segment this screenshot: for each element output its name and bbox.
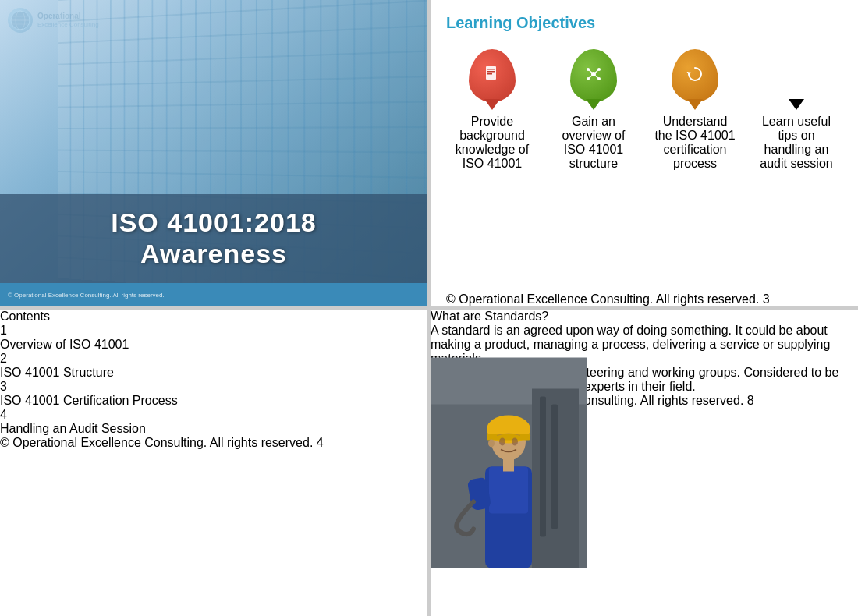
objective-item-4: Learn usefultips onhandling anaudit sess… [750,44,842,261]
obj-icon-network [585,65,602,86]
obj-pin-blue-icon [773,49,820,102]
svg-rect-27 [540,397,546,537]
svg-rect-7 [488,71,495,73]
slide1-copyright: © Operational Excellence Consulting. All… [8,292,165,299]
contents-list: 1 Overview of ISO 41001 2 ISO 41001 Stru… [0,324,427,436]
slide2-copyright: © Operational Excellence Consulting. All… [446,292,759,306]
slide-contents: Contents 1 Overview of ISO 41001 2 ISO 4… [0,310,427,616]
obj-text-4: Learn usefultips onhandling anaudit sess… [760,115,832,171]
objectives-heading: Learning Objectives [446,14,842,32]
content-item-3: 3 ISO 41001 Certification Process [0,380,427,408]
obj-icon-doc [484,65,500,86]
slide3-footer: © Operational Excellence Consulting. All… [0,436,427,450]
obj-pin-green-icon [570,49,617,102]
worker-svg [431,310,587,616]
obj-pin-orange-icon [672,49,718,102]
obj-icon-wrap-2 [566,44,621,107]
svg-point-37 [512,438,518,446]
obj-text-3: Understandthe ISO 41001certificationproc… [654,115,735,171]
content-label-2: ISO 41001 Structure [0,366,427,380]
svg-rect-6 [488,69,495,70]
content-num-4: 4 [0,408,427,422]
svg-line-17 [594,74,599,79]
objective-item-1: Providebackgroundknowledge ofISO 41001 [446,44,538,261]
contents-heading: Contents [0,310,427,324]
content-item-1: 1 Overview of ISO 41001 [0,324,427,352]
content-label-1: Overview of ISO 41001 [0,338,427,352]
obj-text-1: Providebackgroundknowledge ofISO 41001 [456,115,529,171]
obj-icon-wrap-1 [465,44,519,107]
content-num-2: 2 [0,352,427,366]
svg-point-38 [488,440,495,448]
svg-line-14 [588,69,594,74]
content-num-1: 1 [0,324,427,338]
slide3-copyright: © Operational Excellence Consulting. All… [0,436,313,449]
slide2-page: 3 [763,292,770,306]
svg-rect-8 [488,73,492,75]
svg-line-15 [594,69,599,74]
slide4-page: 8 [747,394,754,407]
title-band: ISO 41001:2018 Awareness [0,194,427,283]
objectives-grid: Providebackgroundknowledge ofISO 41001 [446,44,842,292]
content-label-3: ISO 41001 Certification Process [0,394,427,408]
obj-icon-bulb [788,65,805,86]
main-title: ISO 41001:2018 [16,207,412,239]
obj-pin-red-icon [469,49,516,102]
svg-rect-30 [489,467,528,514]
slide2-footer: © Operational Excellence Consulting. All… [446,292,842,306]
svg-line-23 [802,68,803,69]
slide3-page: 4 [317,436,324,449]
svg-rect-28 [551,405,558,529]
obj-icon-wrap-4 [769,44,824,107]
content-item-4: 4 Handling an Audit Session [0,408,427,436]
content-item-2: 2 ISO 41001 Structure [0,352,427,380]
svg-rect-35 [487,434,530,441]
svg-rect-5 [486,66,496,80]
objective-item-3: Understandthe ISO 41001certificationproc… [649,44,741,261]
content-label-4: Handling an Audit Session [0,422,427,436]
slide-title: Operational Excellence Consulting ISO 41… [0,0,427,306]
svg-line-22 [790,68,791,69]
slide1-footer: © Operational Excellence Consulting. All… [0,283,427,306]
obj-icon-cycle [686,65,704,86]
obj-icon-wrap-3 [668,44,722,107]
objective-item-2: Gain anoverview ofISO 41001structure [548,44,640,261]
svg-point-36 [499,438,505,446]
sub-title: Awareness [16,239,412,269]
slide-objectives: Learning Objectives Providebackgroundkno… [431,0,858,306]
standards-body: A standard is an agreed upon way of doin… [431,324,858,394]
content-num-3: 3 [0,380,427,394]
obj-text-2: Gain anoverview ofISO 41001structure [562,115,626,171]
svg-line-16 [588,74,594,79]
slide-standards: What are Standards? A standard is an agr… [431,310,858,616]
